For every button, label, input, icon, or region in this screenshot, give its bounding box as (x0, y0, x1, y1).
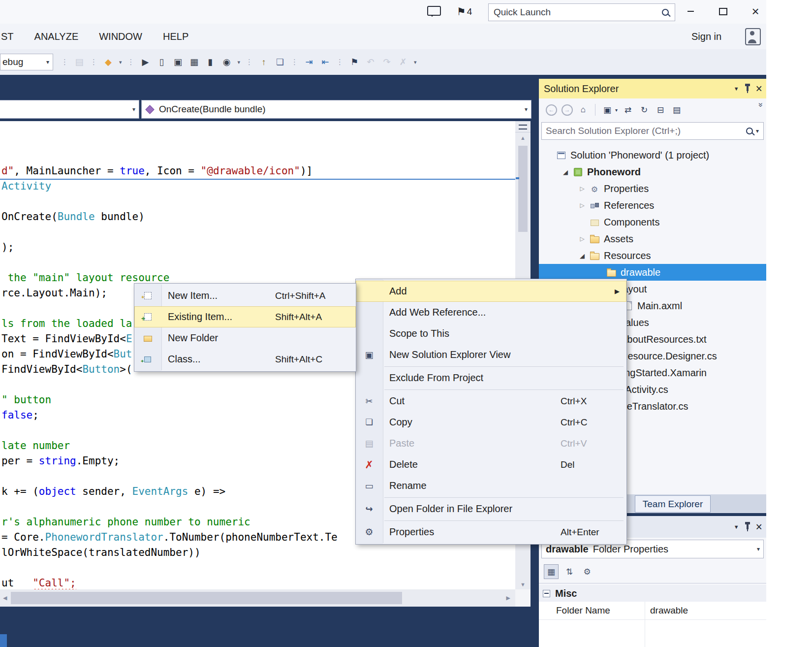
toolbar-overflow-icon[interactable]: ▾ (414, 59, 417, 65)
alphabetical-icon[interactable]: ⇅ (562, 565, 576, 579)
members-dropdown[interactable]: OnCreate(Bundle bundle) ▾ (141, 100, 531, 119)
toolbar-overflow-icon[interactable]: » (757, 103, 766, 107)
maximize-button[interactable] (714, 4, 732, 19)
menu-item-existing-item[interactable]: Existing Item...Shift+Alt+A (134, 306, 356, 327)
scroll-up-icon[interactable]: ▲ (515, 135, 531, 141)
show-all-files-icon[interactable]: ▤ (671, 104, 683, 116)
sign-in-link[interactable]: Sign in (691, 24, 721, 49)
menu-item-new-solution-explorer-view[interactable]: New Solution Explorer View (356, 344, 626, 365)
pin-icon[interactable] (747, 86, 749, 91)
toolbar-overflow-icon[interactable]: ▾ (119, 59, 122, 65)
device-log-icon[interactable]: ▮ (204, 56, 217, 68)
menu-item-paste[interactable]: PasteCtrl+V (356, 433, 626, 454)
vertical-scroll-thumb[interactable] (518, 146, 528, 232)
menu-test[interactable]: ST (1, 31, 14, 42)
open-device-icon[interactable]: ▯ (156, 56, 168, 68)
horizontal-scrollbar[interactable]: ◀ ▶ (0, 589, 515, 607)
menu-item-new-folder[interactable]: New Folder (134, 327, 356, 349)
categorized-icon[interactable]: ▦ (544, 564, 559, 579)
feedback-icon[interactable] (427, 6, 441, 16)
expander-icon[interactable]: ▷ (576, 185, 588, 192)
tree-item-drawable[interactable]: drawable (539, 264, 766, 281)
menu-item-open-folder-in-file-explorer[interactable]: Open Folder in File Explorer (356, 498, 626, 519)
outdent-icon[interactable]: ⇤ (319, 56, 332, 68)
solution-explorer-titlebar[interactable]: Solution Explorer ▼ × (539, 79, 766, 98)
menu-analyze[interactable]: ANALYZE (34, 31, 79, 42)
menu-item-scope-to-this[interactable]: Scope to This (356, 323, 626, 344)
copy-files-icon[interactable]: ❏ (274, 56, 286, 68)
property-pages-icon[interactable]: ⚙ (580, 565, 594, 579)
tree-item-components[interactable]: Components (539, 214, 766, 230)
close-icon[interactable]: × (756, 521, 762, 533)
close-button[interactable]: × (746, 4, 765, 19)
search-icon[interactable] (746, 128, 753, 134)
splitter-grip[interactable] (515, 121, 531, 132)
property-value[interactable]: drawable (645, 602, 688, 619)
pin-icon[interactable] (747, 524, 749, 529)
menu-item-copy[interactable]: CopyCtrl+C (356, 412, 626, 433)
expander-icon[interactable]: ◢ (560, 168, 571, 176)
references-icon (591, 202, 598, 208)
quick-launch-input[interactable] (489, 7, 662, 18)
deploy-icon[interactable]: ▣ (172, 56, 185, 68)
tree-item-solution-phoneword-1-project[interactable]: Solution 'Phoneword' (1 project) (539, 147, 766, 163)
minimize-button[interactable] (681, 4, 700, 19)
solution-search-input[interactable] (542, 126, 746, 136)
menu-item-add-web-reference[interactable]: Add Web Reference... (356, 302, 626, 323)
menu-item-new-item[interactable]: New Item...Ctrl+Shift+A (134, 285, 356, 306)
collapse-all-icon[interactable]: ⊟ (655, 104, 666, 116)
collapse-category-icon[interactable] (543, 590, 550, 597)
toolbar-overflow-icon[interactable]: ▾ (238, 59, 241, 65)
chevron-down-icon[interactable]: ▾ (756, 128, 759, 134)
scroll-down-icon[interactable]: ▼ (515, 582, 531, 587)
tree-item-phoneword[interactable]: ◢Phoneword (539, 163, 766, 180)
tree-item-label: Properties (601, 183, 649, 194)
menu-window[interactable]: WINDOW (99, 31, 142, 42)
types-dropdown[interactable]: ▾ (0, 100, 139, 119)
expander-icon[interactable]: ▷ (576, 202, 588, 209)
tab-team-explorer[interactable]: Team Explorer (635, 495, 711, 513)
menu-help[interactable]: HELP (163, 31, 188, 42)
menu-item-exclude-from-project[interactable]: Exclude From Project (356, 367, 626, 388)
expander-icon[interactable]: ▷ (576, 235, 588, 242)
sync-active-icon[interactable]: ⇄ (622, 104, 634, 116)
bookmark-icon[interactable]: ⚑ (348, 56, 361, 68)
indent-icon[interactable]: ⇥ (303, 56, 315, 68)
code-line (1, 560, 515, 576)
expander-icon[interactable]: ◢ (576, 252, 588, 259)
property-category-row[interactable]: Misc (539, 585, 766, 602)
menu-item-add[interactable]: Add▶ (356, 281, 626, 302)
screenshot-icon[interactable]: ▦ (188, 56, 201, 68)
menu-item-class[interactable]: Class...Shift+Alt+C (134, 349, 356, 370)
new-folder-icon[interactable]: ↑ (257, 56, 270, 68)
window-position-icon[interactable]: ▼ (734, 524, 739, 530)
menu-item-properties[interactable]: PropertiesAlt+Enter (356, 521, 626, 543)
user-avatar-icon[interactable] (745, 28, 761, 45)
menu-item-cut[interactable]: CutCtrl+X (356, 390, 626, 412)
tree-item-properties[interactable]: ▷Properties (539, 180, 766, 197)
menu-item-rename[interactable]: Rename (356, 475, 626, 496)
scroll-left-icon[interactable]: ◀ (3, 589, 7, 607)
tree-item-assets[interactable]: ▷Assets (539, 230, 766, 247)
tree-item-references[interactable]: ▷References (539, 197, 766, 214)
refresh-icon[interactable]: ↻ (638, 104, 650, 116)
menu-item-delete[interactable]: DeleteDel (356, 454, 626, 475)
status-bar-fragment (0, 634, 7, 647)
scope-view-icon[interactable]: ▣ (601, 104, 613, 116)
back-icon: ← (546, 104, 557, 116)
notifications-button[interactable]: ⚑ 4 (457, 4, 472, 20)
quick-actions-icon[interactable]: ◆ (102, 56, 115, 68)
run-icon[interactable]: ▶ (139, 56, 152, 68)
scope-view-icon-caret[interactable]: ▾ (615, 107, 618, 113)
tree-item-resources[interactable]: ◢Resources (539, 247, 766, 264)
horizontal-scroll-thumb[interactable] (11, 592, 402, 604)
minimize-icon (687, 11, 694, 12)
debug-target-combo[interactable]: ebug ▾ (0, 54, 53, 70)
close-icon[interactable]: × (756, 83, 762, 95)
window-position-icon[interactable]: ▼ (734, 86, 739, 92)
home-icon[interactable]: ⌂ (577, 104, 589, 116)
avd-manager-icon[interactable]: ◉ (220, 56, 233, 68)
solution-icon (557, 152, 565, 159)
property-row[interactable]: Folder Namedrawable (539, 602, 766, 620)
scroll-right-icon[interactable]: ▶ (506, 589, 510, 607)
